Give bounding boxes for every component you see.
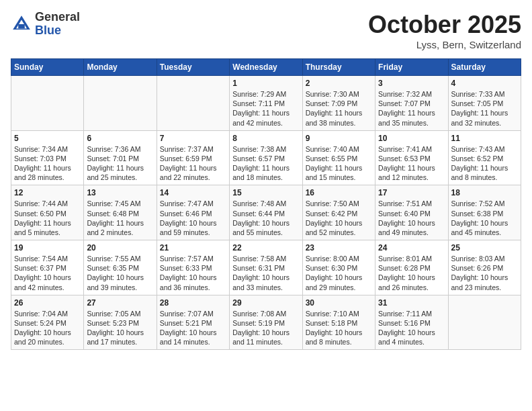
calendar-week-5: 26Sunrise: 7:04 AM Sunset: 5:24 PM Dayli…: [11, 295, 521, 350]
day-info: Sunrise: 8:00 AM Sunset: 6:30 PM Dayligh…: [306, 254, 372, 292]
day-info: Sunrise: 7:38 AM Sunset: 6:57 PM Dayligh…: [232, 144, 299, 183]
day-number: 3: [378, 79, 445, 88]
logo-icon: [11, 13, 32, 35]
calendar-body: 1Sunrise: 7:29 AM Sunset: 7:11 PM Daylig…: [11, 76, 521, 350]
svg-rect-2: [18, 24, 25, 28]
calendar-cell: 5Sunrise: 7:34 AM Sunset: 7:03 PM Daylig…: [11, 130, 84, 185]
calendar-cell: 22Sunrise: 7:58 AM Sunset: 6:31 PM Dayli…: [230, 240, 302, 295]
day-number: 5: [14, 134, 81, 143]
day-header-monday: Monday: [84, 59, 157, 76]
day-number: 26: [14, 298, 81, 308]
calendar-cell: 13Sunrise: 7:45 AM Sunset: 6:48 PM Dayli…: [84, 185, 157, 240]
day-number: 11: [451, 134, 518, 143]
day-info: Sunrise: 7:07 AM Sunset: 5:21 PM Dayligh…: [160, 309, 226, 347]
calendar-cell: 21Sunrise: 7:57 AM Sunset: 6:33 PM Dayli…: [157, 240, 229, 295]
calendar-cell: 2Sunrise: 7:30 AM Sunset: 7:09 PM Daylig…: [302, 76, 375, 131]
page-header: General Blue October 2025 Lyss, Bern, Sw…: [11, 11, 521, 50]
day-info: Sunrise: 7:43 AM Sunset: 6:52 PM Dayligh…: [451, 144, 518, 183]
day-number: 10: [378, 134, 445, 143]
day-number: 6: [87, 134, 153, 143]
logo: General Blue: [11, 11, 80, 38]
day-header-friday: Friday: [375, 59, 448, 76]
day-info: Sunrise: 8:03 AM Sunset: 6:26 PM Dayligh…: [451, 254, 518, 292]
day-number: 24: [378, 243, 445, 253]
day-info: Sunrise: 7:33 AM Sunset: 7:05 PM Dayligh…: [451, 89, 518, 128]
calendar-week-2: 5Sunrise: 7:34 AM Sunset: 7:03 PM Daylig…: [11, 130, 521, 185]
day-number: 22: [232, 243, 299, 253]
calendar-cell: 4Sunrise: 7:33 AM Sunset: 7:05 PM Daylig…: [448, 76, 521, 131]
day-info: Sunrise: 7:45 AM Sunset: 6:48 PM Dayligh…: [87, 199, 153, 237]
day-info: Sunrise: 7:57 AM Sunset: 6:33 PM Dayligh…: [160, 254, 226, 292]
calendar-cell: 14Sunrise: 7:47 AM Sunset: 6:46 PM Dayli…: [157, 185, 229, 240]
calendar-cell: 8Sunrise: 7:38 AM Sunset: 6:57 PM Daylig…: [230, 130, 302, 185]
day-info: Sunrise: 7:04 AM Sunset: 5:24 PM Dayligh…: [14, 309, 81, 347]
day-info: Sunrise: 7:44 AM Sunset: 6:50 PM Dayligh…: [14, 199, 81, 237]
day-number: 21: [160, 243, 226, 253]
day-header-thursday: Thursday: [302, 59, 375, 76]
logo-general: General: [35, 11, 80, 24]
day-number: 31: [378, 298, 445, 308]
calendar-cell: 31Sunrise: 7:11 AM Sunset: 5:16 PM Dayli…: [375, 295, 448, 350]
day-info: Sunrise: 7:29 AM Sunset: 7:11 PM Dayligh…: [232, 89, 299, 128]
day-number: 30: [306, 298, 372, 308]
calendar-cell: 1Sunrise: 7:29 AM Sunset: 7:11 PM Daylig…: [230, 76, 302, 131]
day-number: 7: [160, 134, 226, 143]
calendar-cell: 19Sunrise: 7:54 AM Sunset: 6:37 PM Dayli…: [11, 240, 84, 295]
calendar-cell: 17Sunrise: 7:51 AM Sunset: 6:40 PM Dayli…: [375, 185, 448, 240]
calendar-cell: 30Sunrise: 7:10 AM Sunset: 5:18 PM Dayli…: [302, 295, 375, 350]
day-header-saturday: Saturday: [448, 59, 521, 76]
day-number: 12: [14, 188, 81, 197]
day-info: Sunrise: 7:32 AM Sunset: 7:07 PM Dayligh…: [378, 89, 445, 128]
day-info: Sunrise: 7:48 AM Sunset: 6:44 PM Dayligh…: [232, 199, 299, 237]
day-info: Sunrise: 7:08 AM Sunset: 5:19 PM Dayligh…: [232, 309, 299, 347]
location: Lyss, Bern, Switzerland: [368, 39, 521, 50]
day-number: 28: [160, 298, 226, 308]
day-header-sunday: Sunday: [11, 59, 84, 76]
day-info: Sunrise: 7:41 AM Sunset: 6:53 PM Dayligh…: [378, 144, 445, 183]
day-info: Sunrise: 7:50 AM Sunset: 6:42 PM Dayligh…: [306, 199, 372, 237]
day-number: 9: [306, 134, 372, 143]
title-block: October 2025 Lyss, Bern, Switzerland: [368, 11, 521, 50]
day-info: Sunrise: 7:54 AM Sunset: 6:37 PM Dayligh…: [14, 254, 81, 292]
logo-blue: Blue: [35, 24, 80, 38]
calendar-cell: 10Sunrise: 7:41 AM Sunset: 6:53 PM Dayli…: [375, 130, 448, 185]
day-header-wednesday: Wednesday: [230, 59, 302, 76]
logo-text: General Blue: [35, 11, 80, 38]
day-header-tuesday: Tuesday: [157, 59, 229, 76]
day-number: 15: [232, 188, 299, 197]
calendar-cell: 16Sunrise: 7:50 AM Sunset: 6:42 PM Dayli…: [302, 185, 375, 240]
calendar-cell: [84, 76, 157, 131]
day-number: 16: [306, 188, 372, 197]
day-number: 20: [87, 243, 153, 253]
day-info: Sunrise: 8:01 AM Sunset: 6:28 PM Dayligh…: [378, 254, 445, 292]
calendar-cell: 7Sunrise: 7:37 AM Sunset: 6:59 PM Daylig…: [157, 130, 229, 185]
day-info: Sunrise: 7:51 AM Sunset: 6:40 PM Dayligh…: [378, 199, 445, 237]
day-info: Sunrise: 7:05 AM Sunset: 5:23 PM Dayligh…: [87, 309, 153, 347]
calendar-cell: 25Sunrise: 8:03 AM Sunset: 6:26 PM Dayli…: [448, 240, 521, 295]
day-info: Sunrise: 7:52 AM Sunset: 6:38 PM Dayligh…: [451, 199, 518, 237]
day-number: 13: [87, 188, 153, 197]
month-title: October 2025: [368, 11, 521, 39]
day-info: Sunrise: 7:34 AM Sunset: 7:03 PM Dayligh…: [14, 144, 81, 183]
calendar-cell: 18Sunrise: 7:52 AM Sunset: 6:38 PM Dayli…: [448, 185, 521, 240]
day-number: 17: [378, 188, 445, 197]
day-number: 19: [14, 243, 81, 253]
calendar-week-4: 19Sunrise: 7:54 AM Sunset: 6:37 PM Dayli…: [11, 240, 521, 295]
day-info: Sunrise: 7:36 AM Sunset: 7:01 PM Dayligh…: [87, 144, 153, 183]
calendar-cell: [11, 76, 84, 131]
day-number: 1: [232, 79, 299, 88]
day-info: Sunrise: 7:30 AM Sunset: 7:09 PM Dayligh…: [306, 89, 372, 128]
calendar-cell: 11Sunrise: 7:43 AM Sunset: 6:52 PM Dayli…: [448, 130, 521, 185]
calendar-cell: 20Sunrise: 7:55 AM Sunset: 6:35 PM Dayli…: [84, 240, 157, 295]
day-info: Sunrise: 7:11 AM Sunset: 5:16 PM Dayligh…: [378, 309, 445, 347]
calendar-cell: 23Sunrise: 8:00 AM Sunset: 6:30 PM Dayli…: [302, 240, 375, 295]
day-number: 23: [306, 243, 372, 253]
calendar-cell: 15Sunrise: 7:48 AM Sunset: 6:44 PM Dayli…: [230, 185, 302, 240]
day-number: 4: [451, 79, 518, 88]
day-info: Sunrise: 7:37 AM Sunset: 6:59 PM Dayligh…: [160, 144, 226, 183]
calendar-cell: 9Sunrise: 7:40 AM Sunset: 6:55 PM Daylig…: [302, 130, 375, 185]
day-number: 25: [451, 243, 518, 253]
calendar-cell: 28Sunrise: 7:07 AM Sunset: 5:21 PM Dayli…: [157, 295, 229, 350]
calendar-header: SundayMondayTuesdayWednesdayThursdayFrid…: [11, 59, 521, 76]
calendar-cell: [448, 295, 521, 350]
